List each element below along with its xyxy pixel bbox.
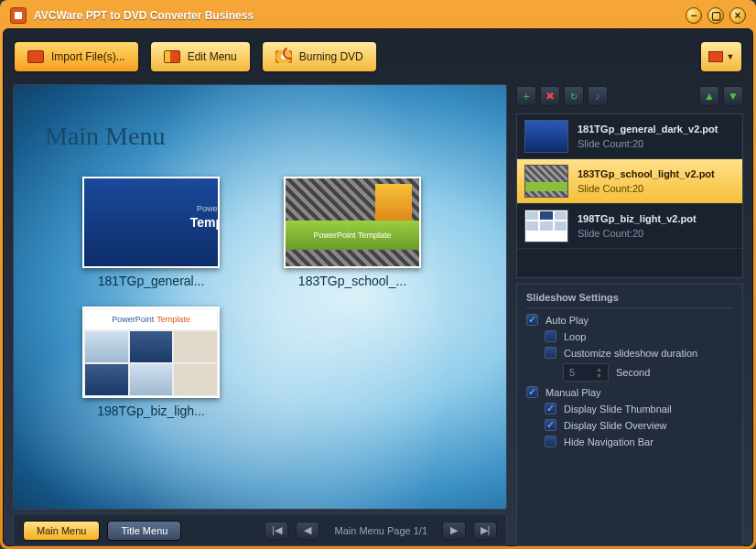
app-icon — [10, 7, 27, 24]
hide-nav-label: Hide Navigation Bar — [564, 436, 653, 447]
last-page-button[interactable]: ▶| — [473, 522, 497, 540]
auto-play-checkbox[interactable] — [526, 314, 538, 326]
edit-menu-label: Edit Menu — [188, 50, 237, 63]
slide-count: Slide Count:20 — [578, 138, 735, 149]
import-files-button[interactable]: Import File(s)... — [13, 40, 140, 73]
file-list-item[interactable]: 183TGp_school_light_v2.potSlide Count:20 — [517, 159, 742, 204]
move-up-button[interactable]: ▲ — [699, 86, 719, 106]
file-list: 181TGp_general_dark_v2.potSlide Count:20… — [516, 113, 743, 278]
thumbnail-label: Display Slide Thumbnail — [564, 404, 672, 414]
settings-heading: Slideshow Settings — [526, 292, 733, 308]
hide-nav-checkbox[interactable] — [545, 436, 556, 447]
file-list-item[interactable]: 198TGp_biz_light_v2.potSlide Count:20 — [517, 204, 742, 249]
slideshow-settings-panel: Slideshow Settings Auto Play Loop Custom… — [516, 284, 743, 546]
file-name: 181TGp_general_dark_v2.pot — [578, 124, 735, 135]
refresh-button[interactable]: ↻ — [564, 86, 584, 106]
preview-nav-bar: Main Menu Title Menu |◀ ◀ Main Menu Page… — [13, 515, 507, 546]
main-toolbar: Import File(s)... Edit Menu Burning DVD … — [13, 38, 743, 75]
add-file-button[interactable]: ＋ — [516, 86, 536, 106]
file-thumbnail — [524, 165, 568, 198]
file-name: 183TGp_school_light_v2.pot — [578, 168, 735, 179]
chevron-down-icon: ▼ — [727, 52, 735, 61]
close-button[interactable]: × — [729, 7, 746, 24]
menu-thumb-2[interactable]: 183TGp_school_... — [270, 177, 435, 288]
burning-dvd-button[interactable]: Burning DVD — [261, 40, 378, 73]
options-dropdown-button[interactable]: ▼ — [699, 40, 743, 73]
next-page-button[interactable]: ▶ — [442, 522, 466, 540]
menu-thumb-3[interactable]: 198TGp_biz_ligh... — [69, 307, 233, 418]
file-thumbnail — [524, 210, 568, 242]
prev-page-button[interactable]: ◀ — [296, 522, 319, 540]
app-window: AVCWare PPT to DVD Converter Business − … — [0, 0, 756, 549]
burn-icon — [275, 50, 292, 63]
second-label: Second — [616, 367, 650, 378]
import-label: Import File(s)... — [51, 50, 125, 63]
minimize-button[interactable]: − — [686, 7, 702, 24]
file-thumbnail — [524, 120, 568, 153]
title-menu-tab[interactable]: Title Menu — [107, 521, 181, 541]
file-name: 198TGp_biz_light_v2.pot — [578, 213, 735, 224]
manual-play-label: Manual Play — [545, 387, 601, 398]
menu-heading: Main Menu — [45, 122, 165, 151]
import-icon — [27, 50, 44, 63]
menu-preview: Main Menu 181TGp_general... 183TGp_schoo… — [13, 84, 507, 510]
burning-label: Burning DVD — [299, 50, 363, 63]
app-body: Import File(s)... Edit Menu Burning DVD … — [3, 28, 753, 546]
menu-thumb-1[interactable]: 181TGp_general... — [69, 177, 233, 288]
maximize-button[interactable]: ▢ — [707, 7, 724, 24]
page-indicator: Main Menu Page 1/1 — [334, 525, 427, 536]
slide-count: Slide Count:20 — [578, 183, 735, 194]
edit-menu-button[interactable]: Edit Menu — [149, 40, 252, 73]
main-menu-tab[interactable]: Main Menu — [23, 521, 100, 541]
edit-menu-icon — [164, 50, 180, 63]
auto-play-label: Auto Play — [545, 315, 589, 326]
display-thumbnail-checkbox[interactable] — [545, 403, 556, 414]
titlebar: AVCWare PPT to DVD Converter Business − … — [3, 3, 753, 28]
first-page-button[interactable]: |◀ — [265, 522, 288, 540]
options-icon — [708, 51, 723, 62]
app-title: AVCWare PPT to DVD Converter Business — [34, 9, 686, 22]
move-down-button[interactable]: ▼ — [723, 86, 743, 106]
music-button[interactable]: ♪ — [588, 86, 608, 106]
loop-label: Loop — [564, 331, 586, 342]
slide-count: Slide Count:20 — [578, 228, 735, 239]
customize-label: Customize slideshow duration — [564, 348, 697, 359]
manual-play-checkbox[interactable] — [526, 386, 538, 398]
remove-file-button[interactable]: ✖ — [540, 86, 560, 106]
customize-duration-checkbox[interactable] — [545, 347, 556, 359]
overview-label: Display Slide Overview — [564, 420, 666, 431]
file-list-toolbar: ＋ ✖ ↻ ♪ ▲ ▼ — [516, 84, 743, 108]
display-overview-checkbox[interactable] — [545, 419, 556, 431]
loop-checkbox[interactable] — [545, 330, 556, 342]
file-list-item[interactable]: 181TGp_general_dark_v2.potSlide Count:20 — [517, 114, 742, 159]
duration-stepper[interactable]: 5▲▼ — [563, 363, 609, 382]
